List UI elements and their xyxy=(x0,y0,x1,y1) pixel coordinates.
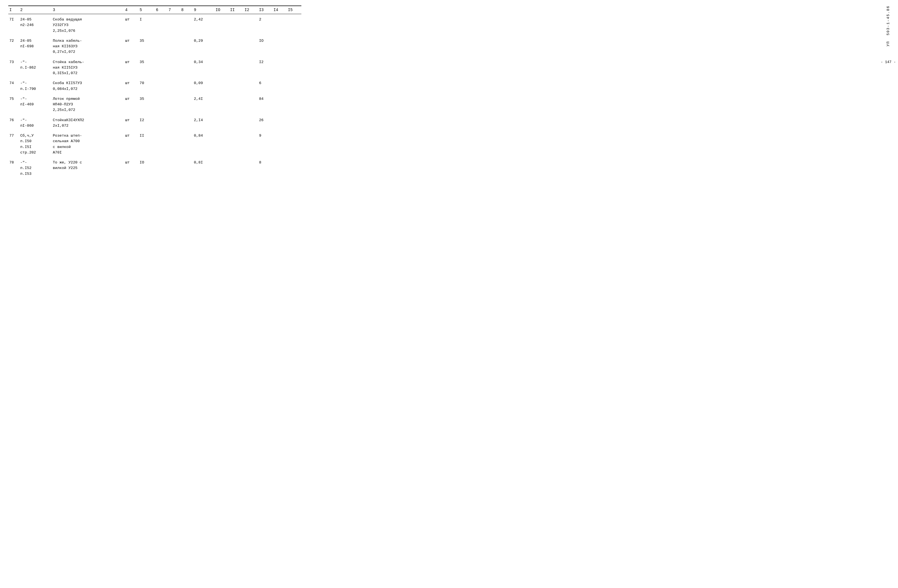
cell-row8-col13: 8 xyxy=(258,159,272,178)
cell-row2-col7 xyxy=(168,37,180,56)
cell-row2-col5: 35 xyxy=(138,37,155,56)
header-col7: 7 xyxy=(168,6,180,14)
cell-row1-col15 xyxy=(287,14,301,35)
cell-row1-col12 xyxy=(244,14,258,35)
cell-row1-col5: I xyxy=(138,14,155,35)
cell-row5-col6 xyxy=(155,95,168,114)
table-header-row: I 2 3 4 5 6 7 8 9 IO II I2 I3 I4 I5 xyxy=(8,6,301,14)
cell-row8-col14 xyxy=(272,159,287,178)
cell-row6-col12 xyxy=(244,117,258,130)
header-col3: 3 xyxy=(52,6,124,14)
cell-row7-col10 xyxy=(215,132,229,157)
cell-row5-col4: шт xyxy=(124,95,138,114)
cell-row4-col1: 74 xyxy=(8,79,19,93)
cell-row2-col12 xyxy=(244,37,258,56)
cell-row4-col10 xyxy=(215,79,229,93)
cell-row7-col8 xyxy=(180,132,193,157)
cell-row8-col15 xyxy=(287,159,301,178)
main-table: I 2 3 4 5 6 7 8 9 IO II I2 I3 I4 I5 7I24… xyxy=(8,6,301,180)
cell-row7-col4: шт xyxy=(124,132,138,157)
spacer-row xyxy=(8,130,301,132)
cell-row3-col15 xyxy=(287,58,301,77)
cell-row2-col6 xyxy=(155,37,168,56)
cell-row8-col2: -"- п.I52 п.I53 xyxy=(19,159,52,178)
header-col5: 5 xyxy=(138,6,155,14)
cell-row3-col14 xyxy=(272,58,287,77)
cell-row1-col1: 7I xyxy=(8,14,19,35)
table-row: 7I24-05 п2-246Скоба ведущая У232ГУ3 2,25… xyxy=(8,14,301,35)
cell-row5-col11 xyxy=(229,95,243,114)
table-row: 7224-05 пI-698Полка кабель- ная КII63УЗ … xyxy=(8,37,301,56)
cell-row7-col6 xyxy=(155,132,168,157)
cell-row8-col12 xyxy=(244,159,258,178)
cell-row4-col15 xyxy=(287,79,301,93)
cell-row3-col8 xyxy=(180,58,193,77)
cell-row3-col12 xyxy=(244,58,258,77)
cell-row3-col2: -"- п.I-862 xyxy=(19,58,52,77)
cell-row1-col9: 2,42 xyxy=(193,14,215,35)
cell-row1-col3: Скоба ведущая У232ГУ3 2,25хI,076 xyxy=(52,14,124,35)
header-col6: 6 xyxy=(155,6,168,14)
cell-row2-col11 xyxy=(229,37,243,56)
cell-row2-col3: Полка кабель- ная КII63УЗ 0,27хI,072 xyxy=(52,37,124,56)
header-col11: II xyxy=(229,6,243,14)
cell-row2-col10 xyxy=(215,37,229,56)
cell-row4-col13: 6 xyxy=(258,79,272,93)
cell-row7-col3: Розетка штеп- сельная А700 с вилкой А70I xyxy=(52,132,124,157)
cell-row1-col6 xyxy=(155,14,168,35)
cell-row2-col1: 72 xyxy=(8,37,19,56)
cell-row2-col8 xyxy=(180,37,193,56)
cell-row2-col13: IO xyxy=(258,37,272,56)
cell-row6-col9: 2,I4 xyxy=(193,117,215,130)
page-container: 503-1-45.86 УП - 147 - I 2 3 4 5 6 7 8 9… xyxy=(8,6,312,180)
cell-row6-col5: I2 xyxy=(138,117,155,130)
cell-row1-col11 xyxy=(229,14,243,35)
cell-row8-col9: 0,8I xyxy=(193,159,215,178)
cell-row1-col4: шт xyxy=(124,14,138,35)
table-row: 73-"- п.I-862Стойка кабель- ная КII5IУЗ … xyxy=(8,58,301,77)
cell-row8-col3: То же, У220 с вилкой У225 xyxy=(52,159,124,178)
spacer-row xyxy=(8,157,301,159)
cell-row6-col14 xyxy=(272,117,287,130)
cell-row5-col3: Лоток прямой НП40-П2УЗ 2,25хI,072 xyxy=(52,95,124,114)
cell-row3-col5: 35 xyxy=(138,58,155,77)
cell-row7-col7 xyxy=(168,132,180,157)
cell-row8-col8 xyxy=(180,159,193,178)
table-row: 75-"- пI-469Лоток прямой НП40-П2УЗ 2,25х… xyxy=(8,95,301,114)
cell-row5-col2: -"- пI-469 xyxy=(19,95,52,114)
cell-row2-col15 xyxy=(287,37,301,56)
spacer-row xyxy=(8,77,301,79)
page-number-label: - 147 - xyxy=(881,60,896,64)
section-label: УП xyxy=(886,41,890,46)
cell-row6-col7 xyxy=(168,117,180,130)
cell-row5-col1: 75 xyxy=(8,95,19,114)
cell-row6-col10 xyxy=(215,117,229,130)
cell-row3-col3: Стойка кабель- ная КII5IУЗ 0,3I5хI,072 xyxy=(52,58,124,77)
side-labels: 503-1-45.86 УП - 147 - xyxy=(881,6,896,64)
cell-row6-col8 xyxy=(180,117,193,130)
cell-row3-col10 xyxy=(215,58,229,77)
cell-row8-col11 xyxy=(229,159,243,178)
header-col4: 4 xyxy=(124,6,138,14)
spacer-row xyxy=(8,35,301,37)
cell-row5-col7 xyxy=(168,95,180,114)
cell-row4-col6 xyxy=(155,79,168,93)
header-col14: I4 xyxy=(272,6,287,14)
cell-row8-col7 xyxy=(168,159,180,178)
cell-row4-col4: шт xyxy=(124,79,138,93)
cell-row7-col14 xyxy=(272,132,287,157)
cell-row7-col2: Сб,ч,У п.I50 п.I5I стр.202 xyxy=(19,132,52,157)
cell-row7-col15 xyxy=(287,132,301,157)
cell-row3-col1: 73 xyxy=(8,58,19,77)
header-col10: IO xyxy=(215,6,229,14)
table-row: 77Сб,ч,У п.I50 п.I5I стр.202Розетка штеп… xyxy=(8,132,301,157)
cell-row1-col13: 2 xyxy=(258,14,272,35)
cell-row4-col9: 0,09 xyxy=(193,79,215,93)
cell-row1-col7 xyxy=(168,14,180,35)
cell-row7-col12 xyxy=(244,132,258,157)
cell-row4-col11 xyxy=(229,79,243,93)
cell-row5-col8 xyxy=(180,95,193,114)
cell-row6-col4: шт xyxy=(124,117,138,130)
cell-row6-col13: 26 xyxy=(258,117,272,130)
cell-row7-col1: 77 xyxy=(8,132,19,157)
